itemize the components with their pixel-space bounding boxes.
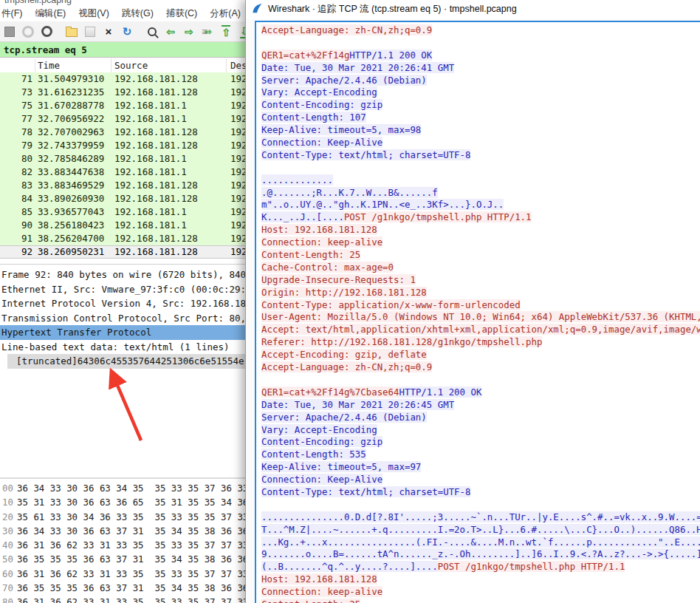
detail-line-4[interactable]: Hypertext Transfer Protocol: [0, 325, 251, 340]
detail-line-1[interactable]: Ethernet II, Src: Vmware_97:3f:c0 (00:0c…: [0, 282, 251, 297]
hex-bytes: 36 34 33 30 36 63 34 35 35 33 35 37 36 3…: [17, 483, 248, 494]
packet-row-78[interactable]: 7832.707002963192.168.181.128192: [0, 126, 251, 139]
hex-row-60[interactable]: 6036 31 36 62 33 31 33 35 35 33 35 37 37…: [2, 567, 251, 581]
packet-list: 7131.504979310192.168.181.1281927331.616…: [0, 72, 251, 260]
menu-item-5[interactable]: 分析(A): [210, 7, 241, 20]
detail-line-0[interactable]: Frame 92: 840 bytes on wire (6720 bits),…: [0, 268, 251, 282]
save-file-icon[interactable]: [83, 25, 97, 38]
stream-segment-server: T...^M.Z|....~......+.q.........I.=2o.T>…: [261, 524, 700, 535]
cell-no: 77: [0, 112, 32, 126]
packet-row-73[interactable]: 7331.616231235192.168.181.128192: [0, 86, 251, 99]
packet-row-84[interactable]: 8433.890260930192.168.181.128192: [0, 192, 251, 205]
packet-row-82[interactable]: 8233.883447638192.168.181.1192: [0, 166, 251, 179]
stream-segment-server: ...............0.D.d[?.8I'.....;3.....~`…: [261, 511, 700, 522]
save-file-icon-glyph: [85, 27, 95, 37]
reload-icon[interactable]: ↻: [120, 25, 134, 38]
open-file-icon[interactable]: [65, 25, 78, 38]
stream-segment-server: Connection: Keep-Alive: [261, 137, 382, 148]
find-packet-icon-glyph: [148, 27, 157, 36]
stream-segment-server: Date: Tue, 30 Mar 2021 20:26:45 GMT: [261, 399, 454, 410]
follow-stream-dialog: Wireshark · 追踪 TCP 流 (tcp.stream eq 5) ·…: [245, 0, 700, 603]
cell-no: 91: [0, 232, 32, 245]
packet-row-90[interactable]: 9038.256180423192.168.181.1192: [0, 219, 251, 232]
packet-row-79[interactable]: 7932.743379959192.168.181.128192: [0, 139, 251, 152]
detail-line-6[interactable]: [truncated]64306c455357644251306c6e51554…: [7, 354, 251, 369]
packet-row-92[interactable]: 9238.260950231192.168.181.128192: [0, 245, 251, 259]
display-filter-input[interactable]: tcp.stream eq 5: [0, 42, 251, 58]
stream-content[interactable]: Accept-Language: zh-CN,zh;q=0.9QER1=cat+…: [255, 21, 700, 603]
stream-segment-client: User-Agent: Mozilla/5.0 (Windows NT 10.0…: [261, 311, 700, 322]
packet-row-83[interactable]: 8333.883469529192.168.181.128192: [0, 179, 251, 192]
menu-item-0[interactable]: 件(F): [1, 7, 22, 20]
stream-line-16: Host: 192.168.181.128: [261, 224, 700, 236]
cell-time: 31.616231235: [38, 86, 104, 99]
stream-segment-client: Accept-Language: zh-CN,zh;q=0.9: [261, 24, 432, 35]
menu-item-4[interactable]: 捕获(C): [166, 7, 197, 20]
hex-row-10[interactable]: 1035 31 33 30 36 63 36 65 35 31 35 35 34…: [2, 495, 251, 509]
go-back-icon[interactable]: ⇦: [164, 25, 177, 38]
hex-offset: 60: [2, 567, 17, 581]
cell-time: 38.260950231: [38, 246, 104, 258]
close-file-icon[interactable]: ×: [102, 25, 115, 38]
hex-offset: 30: [2, 524, 17, 538]
hex-row-00[interactable]: 0036 34 33 30 36 63 34 35 35 33 35 37 36…: [2, 481, 251, 495]
find-packet-icon[interactable]: [145, 25, 159, 38]
detail-line-2[interactable]: Internet Protocol Version 4, Src: 192.16…: [0, 296, 251, 311]
stream-line-30: Date: Tue, 30 Mar 2021 20:26:45 GMT: [261, 399, 700, 412]
menu-item-1[interactable]: 编辑(E): [35, 7, 66, 20]
hex-row-40[interactable]: 4036 31 36 62 33 31 33 35 35 33 35 37 37…: [2, 538, 251, 552]
detail-line-5[interactable]: Line-based text data: text/html (1 lines…: [0, 340, 251, 355]
cell-no: 90: [0, 219, 32, 232]
stream-segment-server: Connection: Keep-Alive: [261, 474, 382, 485]
packet-row-77[interactable]: 7732.706956922192.168.181.1192: [0, 112, 251, 126]
stream-line-23: User-Agent: Mozilla/5.0 (Windows NT 10.0…: [261, 311, 700, 324]
go-to-packet-icon[interactable]: [201, 25, 214, 38]
stream-line-0: Accept-Language: zh-CN,zh;q=0.9: [261, 24, 700, 37]
column-header-time[interactable]: Time: [38, 58, 60, 72]
go-forward-icon[interactable]: ⇨: [182, 25, 196, 38]
stream-line-33: Content-Encoding: gzip: [261, 436, 700, 449]
cell-src: 192.168.181.1: [114, 205, 187, 219]
packet-row-75[interactable]: 7531.670288778192.168.181.1192: [0, 99, 251, 112]
stream-line-41: ...Kg..+...x................(.FI.-....&.…: [261, 536, 700, 549]
packet-row-91[interactable]: 9138.256204700192.168.181.128192: [0, 232, 251, 245]
hex-row-30[interactable]: 3036 34 33 30 36 63 37 31 35 34 35 38 36…: [2, 524, 251, 538]
stream-line-32: Vary: Accept-Encoding: [261, 424, 700, 437]
column-header-source[interactable]: Source: [114, 58, 148, 72]
capture-options-icon[interactable]: [40, 25, 53, 38]
cell-src: 192.168.181.1: [114, 112, 187, 126]
stream-line-11: [261, 162, 700, 174]
packet-row-85[interactable]: 8533.936577043192.168.181.1192: [0, 205, 251, 219]
stream-line-38: [261, 499, 700, 511]
cell-no: 92: [0, 246, 32, 258]
stream-segment-server: Content-Type: text/html; charset=UTF-8: [261, 149, 470, 160]
stream-line-1: [261, 37, 700, 50]
stream-line-8: Keep-Alive: timeout=5, max=98: [261, 124, 700, 137]
menu-item-3[interactable]: 跳转(G): [122, 7, 154, 20]
stream-segment-client: Content-Length: 25: [261, 249, 360, 260]
packet-list-header[interactable]: Time Source Dest: [0, 58, 251, 73]
capture-options-icon-glyph: [41, 26, 52, 37]
detail-line-3[interactable]: Transmission Control Protocol, Src Port:…: [0, 311, 251, 326]
hex-row-20[interactable]: 2035 61 33 30 34 36 33 35 35 33 35 35 37…: [2, 510, 251, 524]
stream-segment-client: Connection: keep-alive: [261, 586, 382, 597]
cell-no: 75: [0, 99, 32, 112]
stop-icon[interactable]: [3, 25, 16, 38]
hex-row-70[interactable]: 7036 35 35 35 36 63 37 31 35 34 35 38 36…: [2, 581, 251, 595]
cell-no: 82: [0, 166, 32, 179]
menu-item-2[interactable]: 视图(V): [78, 7, 109, 20]
go-top-icon[interactable]: ⇧: [219, 25, 233, 38]
restart-capture-icon-glyph: [22, 26, 34, 38]
hex-row-50[interactable]: 5036 35 35 35 36 63 37 31 35 34 35 38 36…: [2, 552, 251, 566]
stream-segment-client: Origin: http://192.168.181.128: [261, 287, 427, 298]
stream-line-3: Date: Tue, 30 Mar 2021 20:26:41 GMT: [261, 62, 700, 75]
packet-row-71[interactable]: 7131.504979310192.168.181.128192: [0, 72, 251, 86]
packet-row-80[interactable]: 8032.785846289192.168.181.1192: [0, 152, 251, 166]
dialog-title-bar[interactable]: Wireshark · 追踪 TCP 流 (tcp.stream eq 5) ·…: [246, 0, 700, 19]
stop-icon-glyph: [4, 27, 15, 37]
hex-bytes: 36 31 36 62 33 31 33 35 35 33 35 37 37 3…: [17, 596, 248, 603]
cell-src: 192.168.181.1: [114, 166, 187, 179]
hex-row-80[interactable]: 8036 31 36 62 33 31 33 35 35 33 35 37 37…: [2, 595, 251, 603]
stream-segment-client: Referer: http://192.168.181.128/g1nkgo/t…: [261, 336, 542, 347]
restart-capture-icon[interactable]: [21, 25, 35, 38]
